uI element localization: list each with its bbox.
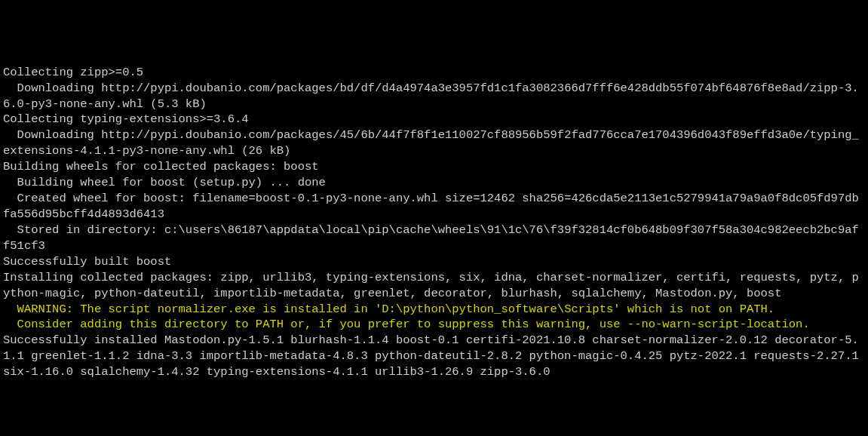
- terminal-line: Collecting typing-extensions>=3.6.4: [3, 112, 865, 127]
- terminal-line: Created wheel for boost: filename=boost-…: [3, 191, 865, 223]
- terminal-line: WARNING: The script normalizer.exe is in…: [3, 302, 865, 318]
- terminal-output: Collecting zipp>=0.5 Downloading http://…: [3, 65, 865, 380]
- terminal-line: Stored in directory: c:\users\86187\appd…: [3, 223, 865, 254]
- terminal-line: Successfully installed Mastodon.py-1.5.1…: [3, 333, 865, 380]
- terminal-line: Consider adding this directory to PATH o…: [3, 317, 865, 333]
- terminal-line: Downloading http://pypi.doubanio.com/pac…: [3, 127, 865, 159]
- terminal-line: Building wheel for boost (setup.py) ... …: [3, 175, 865, 191]
- terminal-line: Downloading http://pypi.doubanio.com/pac…: [3, 81, 865, 112]
- terminal-line: Successfully built boost: [3, 254, 865, 270]
- terminal-line: Collecting zipp>=0.5: [3, 65, 865, 81]
- terminal-line: Installing collected packages: zipp, url…: [3, 270, 865, 302]
- terminal-line: Building wheels for collected packages: …: [3, 159, 865, 175]
